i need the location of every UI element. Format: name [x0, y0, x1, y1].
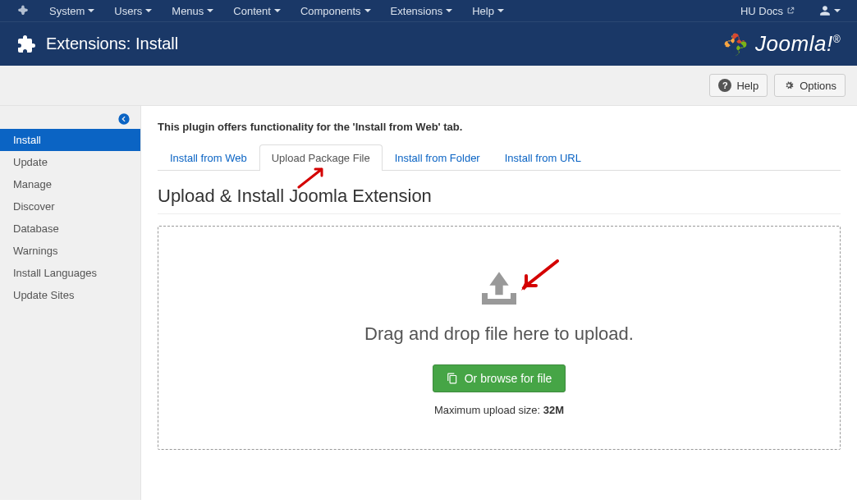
- sidebar-item-warnings[interactable]: Warnings: [0, 240, 140, 262]
- sidebar-item-update-sites[interactable]: Update Sites: [0, 284, 140, 306]
- sidebar-list: Install Update Manage Discover Database …: [0, 129, 140, 306]
- user-menu[interactable]: [811, 2, 849, 20]
- dropzone-text: Drag and drop file here to upload.: [175, 323, 823, 345]
- brand-logo: Joomla!®: [721, 30, 841, 59]
- sidebar: Install Update Manage Discover Database …: [0, 106, 141, 500]
- collapse-sidebar-icon[interactable]: [117, 112, 131, 126]
- toolbar: ? Help Options: [0, 66, 857, 106]
- brand-text: Joomla!®: [755, 31, 841, 57]
- copy-icon: [447, 373, 458, 384]
- svg-marker-3: [521, 279, 529, 291]
- page-title: Extensions: Install: [46, 34, 178, 53]
- joomla-home-icon[interactable]: [8, 1, 38, 21]
- docs-link[interactable]: HU Docs: [732, 2, 803, 21]
- max-upload-size: Maximum upload size: 32M: [175, 404, 823, 416]
- top-navbar: System Users Menus Content Components Ex…: [0, 0, 857, 21]
- sidebar-item-update[interactable]: Update: [0, 151, 140, 173]
- menu-users[interactable]: Users: [106, 2, 160, 21]
- options-button[interactable]: Options: [774, 74, 846, 97]
- sidebar-item-discover[interactable]: Discover: [0, 195, 140, 218]
- menu-menus[interactable]: Menus: [163, 2, 222, 21]
- help-button[interactable]: ? Help: [709, 74, 768, 97]
- upload-dropzone[interactable]: Drag and drop file here to upload. Or br…: [158, 226, 841, 450]
- svg-rect-0: [482, 299, 516, 305]
- menu-system[interactable]: System: [41, 2, 103, 21]
- question-icon: ?: [718, 79, 731, 92]
- sidebar-item-manage[interactable]: Manage: [0, 173, 140, 195]
- title-bar: Extensions: Install Joomla!®: [0, 21, 857, 66]
- upload-icon: [476, 268, 522, 307]
- tab-upload-package-file[interactable]: Upload Package File: [259, 144, 383, 171]
- sidebar-item-install-languages[interactable]: Install Languages: [0, 262, 140, 284]
- puzzle-icon: [16, 34, 36, 54]
- menu-components[interactable]: Components: [292, 2, 379, 21]
- browse-file-button[interactable]: Or browse for file: [433, 364, 566, 392]
- svg-rect-2: [511, 293, 516, 299]
- menu-content[interactable]: Content: [225, 2, 289, 21]
- menu-help[interactable]: Help: [464, 2, 512, 21]
- tab-install-from-folder[interactable]: Install from Folder: [383, 144, 493, 171]
- gear-icon: [783, 80, 795, 91]
- plugin-notice: This plugin offers functionality for the…: [158, 121, 841, 133]
- svg-rect-1: [482, 293, 488, 299]
- sidebar-item-database[interactable]: Database: [0, 218, 140, 240]
- install-tabs: Install from Web Upload Package File Ins…: [158, 144, 841, 171]
- menu-extensions[interactable]: Extensions: [383, 2, 461, 21]
- section-title: Upload & Install Joomla Extension: [158, 186, 841, 214]
- content-area: This plugin offers functionality for the…: [141, 106, 857, 500]
- tab-install-from-url[interactable]: Install from URL: [493, 144, 593, 171]
- sidebar-item-install[interactable]: Install: [0, 129, 140, 151]
- annotation-arrow-upload: [520, 259, 561, 295]
- tab-install-from-web[interactable]: Install from Web: [158, 144, 259, 171]
